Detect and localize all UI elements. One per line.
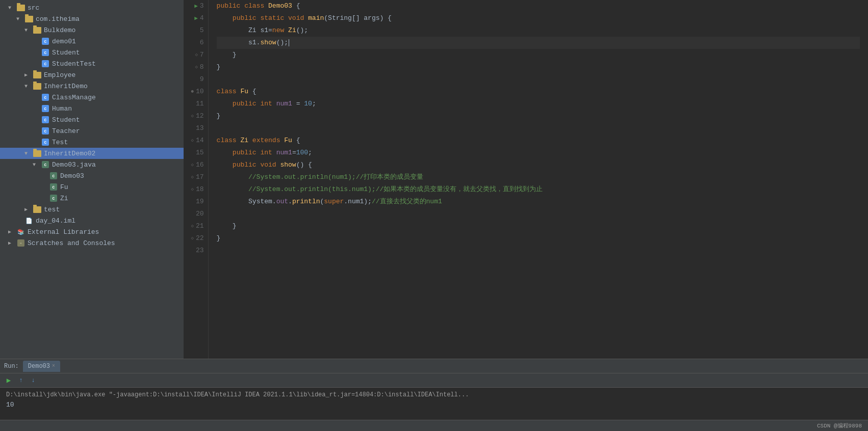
line-num-14: ◇ 14 (188, 134, 204, 147)
sidebar-scrollbar[interactable] (0, 249, 184, 253)
class-icon-human: C (41, 104, 50, 113)
sidebar-item-student-inherit[interactable]: ▶ C Student (0, 114, 184, 125)
code-line-15: public int num1=100; (217, 147, 860, 159)
sidebar-item-bulkdemo[interactable]: ▼ Bulkdemo (0, 24, 184, 36)
run-tab-close[interactable]: × (52, 363, 55, 369)
run-down-button[interactable]: ↓ (29, 376, 38, 385)
code-line-12: } (217, 110, 860, 122)
token: public (233, 159, 261, 171)
line-num-4: ▶ 4 (188, 12, 204, 24)
token: ( (320, 196, 324, 208)
line-num-label-18: 18 (196, 183, 204, 196)
sidebar-item-test-class[interactable]: ▶ C Test (0, 137, 184, 148)
sidebar-label-src: src (28, 4, 39, 12)
token: } (217, 220, 237, 232)
token: out (276, 196, 288, 208)
code-line-13 (217, 122, 860, 134)
line-num-16: ◇ 16 (188, 159, 204, 171)
sidebar-item-employee[interactable]: ▶ Employee (0, 69, 184, 80)
sidebar-item-scratches[interactable]: ▶ ✏ Scratches and Consoles (0, 237, 184, 249)
gutter-14: ◇ (188, 134, 194, 147)
line-num-10: ⊕ 10 (188, 86, 204, 98)
file-icon-day04: 📄 (24, 216, 34, 225)
sidebar-label-employee: Employee (44, 71, 75, 79)
line-num-label-23: 23 (196, 245, 204, 257)
token: println (292, 196, 320, 208)
line-num-label-13: 13 (196, 122, 204, 134)
sidebar-item-human[interactable]: ▶ C Human (0, 103, 184, 114)
sidebar-label-com-itheima: com.itheima (36, 15, 80, 23)
class-icon-fu: C (49, 182, 58, 192)
sidebar-item-teacher[interactable]: ▶ C Teacher (0, 125, 184, 137)
arrow-demo03java: ▼ (33, 162, 41, 168)
status-bar: CSDN @编程9898 (0, 420, 868, 431)
line-num-label-19: 19 (196, 196, 204, 208)
arrow-employee: ▶ (24, 72, 33, 78)
gutter-22: ◇ (188, 232, 194, 245)
sidebar-item-demo03java[interactable]: ▼ C Demo03.java (0, 159, 184, 170)
token: class (244, 0, 268, 12)
token (217, 24, 248, 37)
line-num-label-3: 3 (200, 0, 204, 12)
code-editor: ▶ 3 ▶ 4 5 6 ◇ 7 (184, 0, 868, 359)
token: ; (312, 98, 316, 110)
token (217, 196, 248, 208)
gutter-10: ⊕ (188, 86, 194, 98)
line-num-label-14: 14 (196, 134, 204, 147)
token: String (328, 12, 352, 24)
sidebar-label-day04: day_04.iml (36, 217, 75, 225)
sidebar-item-studenttest[interactable]: ▶ C StudentTest (0, 58, 184, 69)
sidebar-item-demo03class[interactable]: ▶ C Demo03 (0, 170, 184, 181)
line-num-21: ◇ 21 (188, 220, 204, 232)
line-num-7: ◇ 7 (188, 49, 204, 61)
token: ( (324, 12, 328, 24)
token: public (233, 147, 261, 159)
token: public (233, 98, 261, 110)
sidebar-item-inheritdemo[interactable]: ▼ InheritDemo (0, 80, 184, 92)
code-line-9 (217, 73, 860, 86)
sidebar-item-classmanage[interactable]: ▶ C ClassManage (0, 92, 184, 103)
arrow-test-folder: ▶ (24, 206, 33, 212)
class-icon-student-bulk: C (41, 48, 50, 57)
sidebar-item-src[interactable]: ▼ src (0, 2, 184, 13)
sidebar-label-classmanage: ClassManage (52, 94, 96, 101)
code-line-11: public int num1 = 10; (217, 98, 860, 110)
sidebar-item-com-itheima[interactable]: ▼ com.itheima (0, 13, 184, 24)
main-layout: ▼ src ▼ com.itheima ▼ Bulkdemo (0, 0, 868, 359)
code-line-5: Zi s1=new Zi(); (217, 24, 860, 37)
gutter-21: ◇ (188, 220, 194, 232)
token: System (248, 196, 272, 208)
sidebar-label-demo03class: Demo03 (60, 172, 84, 180)
sidebar-item-test-folder[interactable]: ▶ test (0, 204, 184, 215)
code-content: ▶ 3 ▶ 4 5 6 ◇ 7 (184, 0, 868, 359)
folder-icon-employee (33, 70, 42, 79)
package-icon-com-itheima (24, 14, 34, 23)
gutter-12: ◇ (188, 110, 194, 122)
line-num-label-4: 4 (200, 12, 204, 24)
sidebar-item-inheritdemo02[interactable]: ▼ InheritDemo02 (0, 148, 184, 159)
sidebar-label-human: Human (52, 105, 72, 113)
sidebar-item-student-bulk[interactable]: ▶ C Student (0, 47, 184, 58)
sidebar-item-demo01[interactable]: ▶ C demo01 (0, 36, 184, 47)
code-line-23 (217, 245, 860, 257)
run-up-button[interactable]: ↑ (16, 376, 25, 385)
token: show (280, 159, 296, 171)
sidebar-item-zi[interactable]: ▶ C Zi (0, 193, 184, 204)
run-play-button[interactable]: ▶ (4, 376, 13, 385)
line-num-label-6: 6 (200, 37, 204, 49)
line-num-label-22: 22 (196, 232, 204, 245)
line-num-label-7: 7 (200, 49, 204, 61)
token: Zi (248, 24, 257, 37)
line-num-label-21: 21 (196, 220, 204, 232)
token (217, 12, 233, 24)
token: } (217, 61, 221, 73)
bottom-panel: Run: Demo03 × ▶ ↑ ↓ D:\install\jdk\bin\j… (0, 359, 868, 420)
token: s1= (257, 24, 272, 37)
sidebar-item-day04iml[interactable]: ▶ 📄 day_04.iml (0, 215, 184, 226)
code-line-7: } (217, 49, 860, 61)
sidebar-item-fu[interactable]: ▶ C Fu (0, 181, 184, 193)
sidebar-item-external-libs[interactable]: ▶ 📚 External Libraries (0, 226, 184, 237)
folder-icon-inheritdemo02 (33, 149, 42, 158)
run-tab-demo03[interactable]: Demo03 × (23, 361, 60, 372)
code-line-20 (217, 208, 860, 220)
